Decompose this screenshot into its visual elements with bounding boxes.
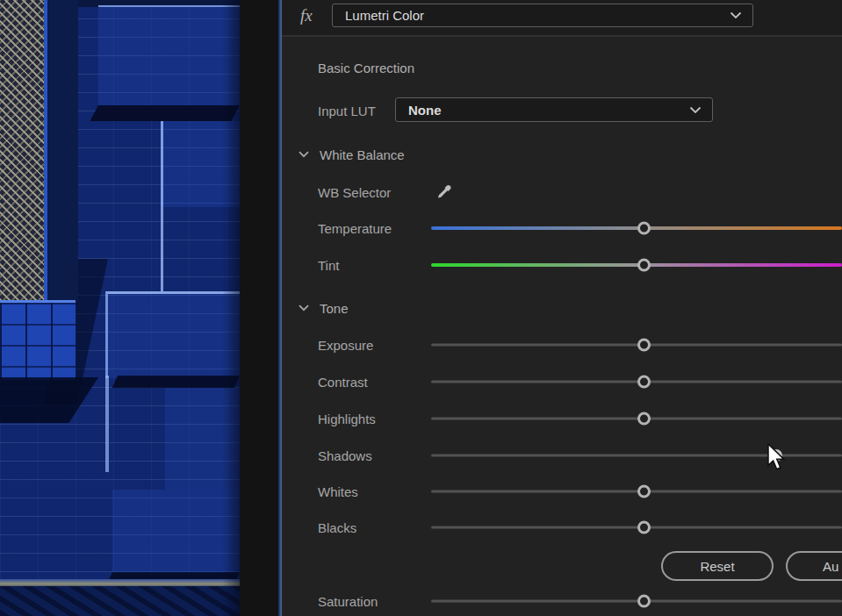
slider-knob[interactable] [637,259,651,272]
wb-selector-label: WB Selector [318,185,391,200]
panel-gutter [240,0,278,616]
slider-track-area[interactable] [431,253,842,277]
window-screen-mesh [0,0,48,300]
section-header-label: Tone [320,301,349,316]
video-preview-frame [0,0,240,616]
section-header-label: White Balance [320,147,405,162]
slider-track-area[interactable] [431,515,842,540]
input-lut-label: Input LUT [318,104,376,118]
slider-row-contrast: Contrast [282,369,842,394]
slider-label: Highlights [318,412,376,426]
slider-row-highlights: Highlights [282,406,842,431]
section-header-tone[interactable]: Tone [282,296,842,320]
chevron-down-icon[interactable] [299,304,309,312]
slider-track-area[interactable] [431,406,842,431]
window-frame [44,0,78,300]
chevron-down-icon[interactable] [730,11,742,19]
slider-knob[interactable] [637,485,651,498]
lumetri-color-panel: fx Lumetri Color Basic Correction Input … [282,0,842,616]
slider-row-tint: Tint [282,253,842,277]
wb-selector-row: WB Selector [282,180,842,204]
slider-track-area[interactable] [431,479,842,504]
slider-row-whites: Whites [282,479,842,504]
slider-knob[interactable] [637,222,651,235]
slider-label: Whites [318,484,358,499]
slider-track-area[interactable] [431,369,842,394]
slider-row-shadows: Shadows [282,443,842,468]
slider-label: Blacks [318,520,356,535]
effect-selector-dropdown[interactable]: Lumetri Color [332,4,753,27]
auto-button[interactable]: Au [786,551,842,581]
chevron-down-icon[interactable] [299,151,309,158]
slider-knob[interactable] [637,376,651,389]
input-lut-value: None [396,103,689,118]
slider-label: Saturation [318,594,378,609]
reset-button[interactable]: Reset [661,551,774,581]
section-header-white-balance[interactable]: White Balance [282,142,842,167]
slider-knob[interactable] [637,595,651,608]
section-title-basic-correction: Basic Correction [318,61,414,75]
slider-label: Contrast [318,375,368,390]
slider-track-area[interactable] [431,333,842,357]
slider-knob[interactable] [637,339,651,352]
effect-header-row: fx Lumetri Color [282,0,842,37]
input-lut-dropdown[interactable]: None [395,97,713,122]
slider-knob[interactable] [770,449,782,462]
action-buttons-row: Reset Au [282,551,842,581]
slider-row-temperature: Temperature [282,216,842,240]
slider-row-blacks: Blacks [282,515,842,540]
eyedropper-icon[interactable] [433,182,456,204]
slider-label: Tint [318,258,339,273]
slider-track-area[interactable] [431,216,842,240]
fx-icon: fx [300,6,313,25]
slider-track-area[interactable] [431,589,842,613]
slider-knob[interactable] [637,521,651,534]
slider-track-area[interactable] [431,443,842,468]
slider-label: Shadows [318,448,372,463]
chevron-down-icon[interactable] [689,106,702,114]
app-window: fx Lumetri Color Basic Correction Input … [0,0,842,616]
slider-row-exposure: Exposure [282,333,842,357]
slider-label: Exposure [318,338,373,353]
slider-row-saturation: Saturation [282,589,842,613]
window-sill [0,300,76,380]
slider-knob[interactable] [637,412,651,426]
effect-selector-value: Lumetri Color [333,8,730,23]
slider-label: Temperature [318,221,392,236]
